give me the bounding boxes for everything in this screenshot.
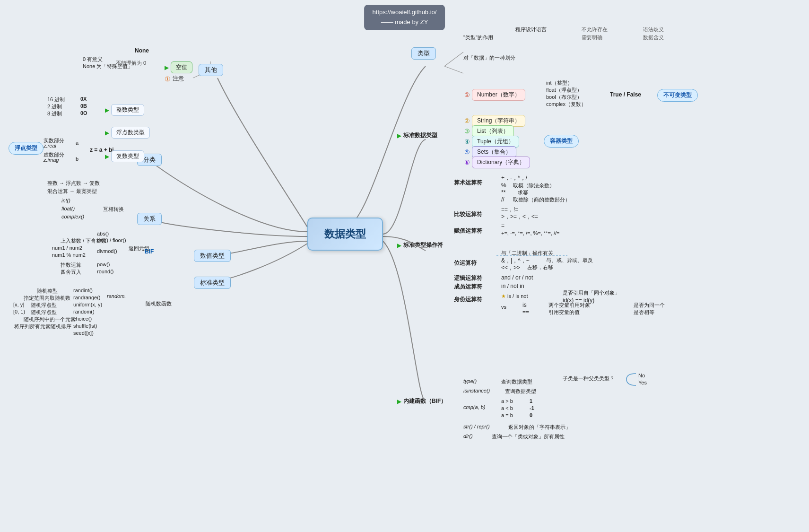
str-repr-desc: 返回对象的「字符串表示」	[508, 424, 571, 431]
floordiv-op: //	[501, 196, 505, 203]
node-biaozhun: 标准类型	[194, 277, 231, 289]
node-qita: 其他	[199, 64, 223, 76]
bool-type: bool（布尔型）	[546, 94, 582, 101]
guanxi-row1: 整数 → 浮点数 → 复数	[47, 180, 100, 187]
cmp-row1: a > b	[501, 398, 513, 404]
hex8-val: 0O	[80, 110, 87, 116]
z-imag: z.imag	[43, 157, 59, 163]
yes-label: Yes	[638, 380, 647, 385]
cmp-val2: -1	[530, 405, 534, 411]
none-label: None	[135, 47, 149, 54]
shifou-xiangdeng: 是否相等	[634, 309, 654, 316]
suiji-hanshu: 随机数函数	[146, 300, 172, 307]
bitwise-desc: 与、或、异或、取反	[546, 257, 593, 264]
num1num2: num1 / num2	[52, 245, 82, 251]
pow-op: **	[501, 189, 505, 196]
hex16: 16 进制	[47, 96, 65, 103]
randint: randint()	[73, 288, 93, 293]
fuzhi-yunsuan: 赋值运算符	[454, 227, 482, 235]
suiji-fudian: 随机浮点型	[31, 302, 57, 309]
suiji-paixu: 将序列所有元素随机排序	[14, 323, 71, 330]
shift-ops: <<，>>	[501, 264, 520, 272]
xy-label: [x, y]	[13, 302, 24, 307]
float-func: float()	[61, 206, 75, 211]
hex2-val: 0B	[80, 103, 87, 109]
suiji-zhengsu: 随机整型	[37, 288, 58, 295]
compare-ops2: >，>=，<，<=	[501, 213, 538, 221]
brace-rongqi: 容器类型	[544, 135, 579, 148]
uniform: uniform(x, y)	[73, 302, 102, 307]
randrange: randrange()	[73, 295, 100, 300]
bif-abs: abs()	[97, 231, 109, 236]
shifou-tongyi: 是否为同一个	[634, 302, 665, 309]
suanshu-yunsuan: 算术运算符	[454, 179, 482, 187]
a-label: a	[76, 140, 78, 146]
url-banner: https://woaielf.github.io/ —— made by ZY	[364, 5, 445, 30]
complex-func: complex()	[61, 214, 84, 219]
cmp-val1: 1	[530, 398, 532, 404]
guanxi-row2: 混合运算 → 最宽类型	[47, 188, 97, 195]
mindmap-container: https://woaielf.github.io/ —— made by ZY	[0, 0, 809, 532]
mod-op: %	[501, 182, 506, 189]
no-label: No	[638, 373, 645, 378]
shift-desc: 左移，右移	[527, 264, 553, 271]
hex8: 8 进制	[47, 110, 62, 117]
node-fudianshu: ▶ 浮点数类型	[105, 127, 150, 139]
int-func: int()	[61, 198, 70, 203]
zero-one-label: [0, 1)	[13, 309, 25, 314]
pow-desc: 求幂	[518, 189, 528, 196]
bif-round: round()	[97, 269, 113, 274]
mod-desc: 取模（除法余数）	[513, 182, 555, 189]
luoji-yunsuan: 逻辑运算符	[454, 274, 482, 282]
url-line2: —— made by ZY	[373, 17, 437, 27]
shenfen-yunsuan: 身份运算符	[454, 296, 482, 304]
isinstance-desc: 查询数据类型	[505, 388, 536, 395]
z-real: z.real	[43, 143, 56, 148]
complex-type: complex（复数）	[546, 101, 586, 108]
sishe-wuru: 四舍五入	[61, 269, 81, 276]
url-line1: https://woaielf.github.io/	[373, 8, 437, 17]
node-biaozhun-data: ▶ 标准数据类型	[397, 131, 437, 140]
brace-fudian: 浮点类型	[9, 142, 43, 155]
type-func: type()	[463, 378, 477, 384]
hex2: 2 进制	[47, 103, 62, 110]
type-desc: 查询数据类型	[501, 378, 532, 385]
isinstance-func: isinstance()	[463, 388, 490, 393]
chengyuan-yunsuan: 成员运算符	[454, 283, 482, 291]
center-label: 数据类型	[324, 227, 366, 241]
node-biaozhun-caozuo: ▶ 标准类型操作符	[397, 241, 443, 249]
b-label: b	[76, 156, 78, 162]
node-fushu: ▶ 复数类型	[105, 150, 144, 162]
bijiao-yunsuan: 比较运算符	[454, 210, 482, 218]
brace-zilei	[624, 371, 638, 388]
zilei-fulei: 子类是一种父类类型？	[563, 375, 615, 382]
floordiv-desc: 取整除（商的整数部分）	[513, 196, 570, 203]
eq-desc: 引用变量的值	[548, 309, 580, 316]
bif-ceil-func: ceil() / floor()	[97, 237, 126, 243]
lines-layer	[0, 0, 809, 532]
node-kongzhi: ▶ 空值	[165, 61, 192, 73]
logic-ops: and / or / not	[501, 274, 533, 281]
dir-desc: 查询一个「类或对象」所有属性	[492, 433, 565, 440]
cmp-func: cmp(a, b)	[463, 404, 485, 410]
yinyong-tongge: 是否引用自「同个对象」	[563, 289, 620, 297]
node-zhuyì: ① 注意	[165, 75, 184, 83]
zhiding-fanwei: 指定范围内取随机数	[24, 295, 70, 302]
node-neijian: ▶ 内建函数（BIF）	[397, 397, 446, 405]
assign-op: =	[501, 222, 505, 229]
basic-ops: +，-，*，/	[501, 174, 527, 182]
brace-buke: 不可变类型	[657, 89, 698, 102]
svg-line-0	[444, 52, 463, 66]
zishu-yunsuän: 指数运算	[61, 262, 81, 269]
huxiang-zhuanhuan: 互相转换	[103, 206, 124, 213]
random-func: random()	[73, 309, 95, 314]
cmp-row2: a < b	[501, 405, 513, 411]
hex16-val: 0X	[80, 96, 87, 102]
int-type: int（整型）	[546, 79, 573, 87]
leixing-zuoyong: "类型"的作用	[463, 34, 493, 41]
center-node: 数据类型	[307, 218, 383, 251]
bu-yun-xucunzai: 不允许存在	[582, 26, 608, 33]
is-isnot: ★ is / is not	[501, 293, 528, 299]
seed: seed([x])	[73, 330, 94, 336]
wei-yunsuan: 位运算符	[454, 259, 477, 267]
